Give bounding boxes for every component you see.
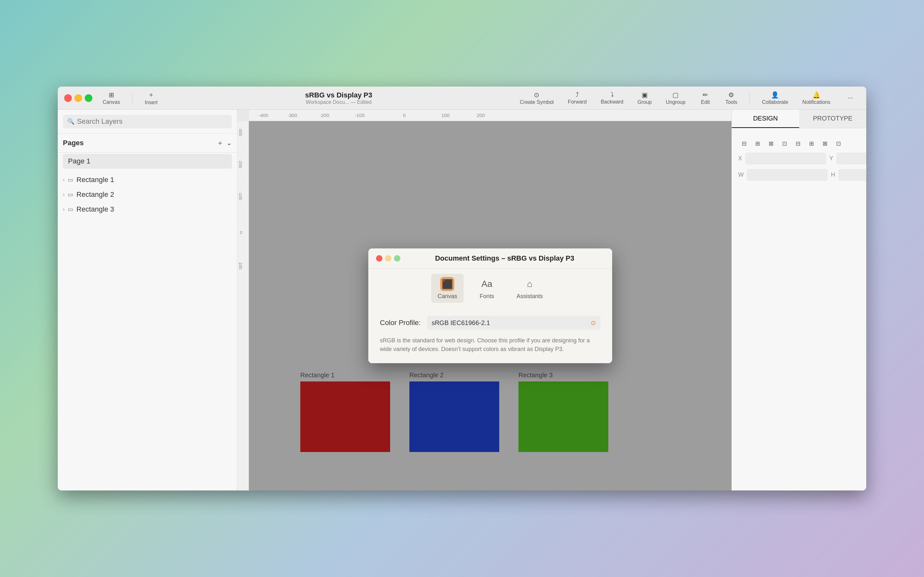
modal-tab-canvas[interactable]: ⬛ Canvas bbox=[431, 274, 464, 303]
ruler-vertical: -300 -200 -100 0 100 bbox=[237, 121, 249, 490]
modal-titlebar: Document Settings – sRBG vs Display P3 bbox=[368, 248, 612, 269]
backward-icon: ⤵ bbox=[611, 91, 614, 98]
more-btn[interactable]: ··· bbox=[841, 92, 860, 104]
doc-subtitle: Workspace Docu... — Edited bbox=[306, 99, 372, 105]
ruler-label: 0 bbox=[240, 230, 242, 235]
search-input[interactable] bbox=[77, 117, 228, 126]
search-box[interactable]: 🔍 bbox=[63, 115, 232, 128]
canvas-label: Canvas bbox=[103, 99, 120, 105]
y-input[interactable] bbox=[837, 153, 866, 164]
select-arrow-icon: ⊙ bbox=[591, 319, 596, 327]
modal-overlay: Document Settings – sRBG vs Display P3 ⬛… bbox=[249, 121, 732, 490]
group-label: Group bbox=[638, 99, 652, 105]
align-left-icon[interactable]: ⊟ bbox=[738, 138, 750, 149]
create-symbol-btn[interactable]: ⊙ Create Symbol bbox=[516, 89, 557, 107]
chevron-right-icon: › bbox=[63, 192, 65, 197]
document-settings-modal: Document Settings – sRBG vs Display P3 ⬛… bbox=[368, 248, 612, 363]
align-top-icon[interactable]: ⊡ bbox=[779, 138, 790, 149]
w-input[interactable] bbox=[747, 169, 828, 181]
modal-title: Document Settings – sRBG vs Display P3 bbox=[405, 254, 604, 263]
layer-item[interactable]: › ▭ Rectangle 3 bbox=[58, 202, 237, 217]
forward-label: Forward bbox=[568, 99, 587, 105]
close-button[interactable] bbox=[64, 94, 72, 102]
create-symbol-label: Create Symbol bbox=[520, 99, 554, 105]
layer-item[interactable]: › ▭ Rectangle 1 bbox=[58, 172, 237, 187]
distribute-h-icon[interactable]: ⊠ bbox=[819, 138, 830, 149]
canvas-area[interactable]: -400 -300 -200 -100 0 100 200 -300 -200 … bbox=[237, 110, 732, 490]
pages-title: Pages bbox=[63, 139, 84, 147]
tools-icon: ⚙ bbox=[728, 91, 734, 99]
sidebar-search-bar: 🔍 bbox=[58, 110, 237, 134]
forward-btn[interactable]: ⤴ Forward bbox=[564, 89, 591, 107]
group-icon: ▣ bbox=[642, 91, 648, 99]
align-center-h-icon[interactable]: ⊞ bbox=[752, 138, 763, 149]
tab-prototype[interactable]: PROTOTYPE bbox=[799, 110, 867, 128]
modal-tabs: ⬛ Canvas Aa Fonts ⌂ Assistants bbox=[368, 269, 612, 308]
ungroup-label: Ungroup bbox=[666, 99, 685, 105]
add-page-button[interactable]: ＋ bbox=[216, 138, 224, 148]
ruler-label: -400 bbox=[258, 113, 268, 118]
tools-btn[interactable]: ⚙ Tools bbox=[722, 89, 741, 107]
align-icons: ⊟ ⊞ ⊠ ⊡ ⊟ ⊞ ⊠ ⊡ bbox=[738, 135, 860, 153]
color-profile-value: sRGB IEC61966-2.1 bbox=[431, 319, 490, 327]
backward-label: Backward bbox=[601, 99, 624, 105]
layer-name: Rectangle 2 bbox=[76, 190, 114, 199]
tab-design[interactable]: DESIGN bbox=[732, 110, 799, 128]
ungroup-btn[interactable]: ▢ Ungroup bbox=[662, 89, 689, 107]
layer-name: Rectangle 1 bbox=[76, 176, 114, 184]
doc-title: sRBG vs Display P3 bbox=[305, 91, 372, 99]
canvas-toolbar-btn[interactable]: ⊞ Canvas bbox=[99, 89, 124, 107]
notifications-btn[interactable]: 🔔 Notifications bbox=[798, 89, 834, 107]
ruler-horizontal: -400 -300 -200 -100 0 100 200 bbox=[249, 110, 732, 121]
plus-icon: ＋ bbox=[148, 90, 154, 99]
align-right-icon[interactable]: ⊠ bbox=[765, 138, 777, 149]
layer-item[interactable]: › ▭ Rectangle 2 bbox=[58, 187, 237, 202]
canvas-tab-icon: ⬛ bbox=[440, 277, 454, 291]
canvas-tab-label: Canvas bbox=[438, 293, 457, 300]
traffic-lights bbox=[64, 94, 92, 102]
w-label: W bbox=[738, 171, 744, 178]
distribute-v-icon[interactable]: ⊡ bbox=[833, 138, 844, 149]
rectangle-layer-icon: ▭ bbox=[68, 206, 73, 213]
collaborate-btn[interactable]: 👤 Collaborate bbox=[758, 89, 792, 107]
modal-minimize-button[interactable] bbox=[385, 255, 391, 261]
collaborate-icon: 👤 bbox=[771, 91, 779, 99]
color-profile-row: Color Profile: sRGB IEC61966-2.1 ⊙ bbox=[380, 316, 601, 330]
backward-btn[interactable]: ⤵ Backward bbox=[597, 89, 627, 107]
expand-pages-button[interactable]: ⌄ bbox=[226, 139, 232, 147]
modal-tab-fonts[interactable]: Aa Fonts bbox=[473, 274, 501, 303]
fonts-tab-icon: Aa bbox=[480, 277, 494, 291]
maximize-button[interactable] bbox=[85, 94, 92, 102]
align-bottom-icon[interactable]: ⊞ bbox=[806, 138, 817, 149]
title-center: sRBG vs Display P3 Workspace Docu... — E… bbox=[168, 91, 509, 105]
pages-actions: ＋ ⌄ bbox=[216, 138, 232, 148]
align-center-v-icon[interactable]: ⊟ bbox=[792, 138, 804, 149]
ruler-label: -200 bbox=[238, 160, 243, 168]
group-btn[interactable]: ▣ Group bbox=[634, 89, 656, 107]
page-1-item[interactable]: Page 1 bbox=[63, 154, 232, 169]
sidebar: 🔍 Pages ＋ ⌄ Page 1 › ▭ Rectangle 1 bbox=[58, 110, 237, 490]
x-label: X bbox=[738, 155, 742, 162]
ruler-label: 100 bbox=[441, 113, 449, 118]
edit-btn[interactable]: ✏ Edit bbox=[696, 89, 715, 107]
rectangle-layer-icon: ▭ bbox=[68, 176, 73, 183]
h-input[interactable] bbox=[838, 169, 866, 181]
x-input[interactable] bbox=[745, 153, 826, 164]
edit-label: Edit bbox=[701, 99, 710, 105]
right-panel: DESIGN PROTOTYPE ⊟ ⊞ ⊠ ⊡ ⊟ ⊞ ⊠ ⊡ X Y bbox=[732, 110, 866, 490]
forward-icon: ⤴ bbox=[575, 91, 579, 98]
insert-toolbar-btn[interactable]: ＋ Insert bbox=[141, 89, 162, 107]
modal-close-button[interactable] bbox=[376, 255, 383, 261]
main-area: 🔍 Pages ＋ ⌄ Page 1 › ▭ Rectangle 1 bbox=[58, 110, 866, 490]
more-icon: ··· bbox=[848, 94, 853, 101]
app-window: ⊞ Canvas ＋ Insert sRBG vs Display P3 Wor… bbox=[58, 87, 866, 490]
toolbar-divider-2 bbox=[750, 92, 750, 104]
collaborate-label: Collaborate bbox=[762, 99, 788, 105]
color-profile-description: sRGB is the standard for web design. Cho… bbox=[380, 336, 601, 354]
modal-maximize-button[interactable] bbox=[394, 255, 401, 261]
minimize-button[interactable] bbox=[74, 94, 82, 102]
rectangle-layer-icon: ▭ bbox=[68, 191, 73, 198]
w-h-row: W H bbox=[738, 169, 860, 181]
color-profile-select[interactable]: sRGB IEC61966-2.1 ⊙ bbox=[427, 316, 601, 330]
modal-tab-assistants[interactable]: ⌂ Assistants bbox=[510, 274, 549, 303]
